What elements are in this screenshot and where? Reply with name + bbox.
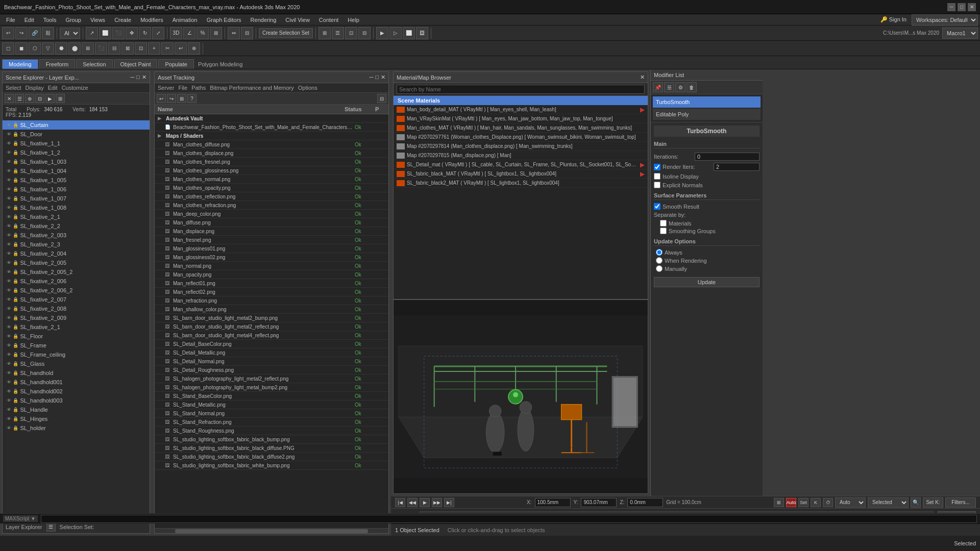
- tree-item-hinges[interactable]: 👁 🔒 SL_Hinges: [3, 414, 150, 423]
- update-button[interactable]: Update: [654, 277, 760, 287]
- tree-item-glass[interactable]: 👁 🔒 SL_Glass: [3, 359, 150, 368]
- when-rendering-radio[interactable]: [656, 257, 663, 264]
- menu-modifiers[interactable]: Modifiers: [136, 16, 167, 24]
- tree-item-handhold[interactable]: 👁 🔒 SL_handhold: [3, 368, 150, 378]
- tree-item-handhold003[interactable]: 👁 🔒 SL_handhold003: [3, 396, 150, 405]
- at-file-28[interactable]: 🖼 SL_halogen_photography_light_metal2_re…: [155, 374, 388, 383]
- mb-mat-5[interactable]: Map #2070297814 (Man_clothes_displace.pn…: [394, 142, 648, 151]
- at-file-1[interactable]: 🖼 Man_clothes_diffuse.png Ok: [155, 140, 388, 149]
- percent-snap[interactable]: %: [197, 27, 209, 39]
- set-k-btn[interactable]: Set K:: [923, 497, 943, 508]
- at-file-17[interactable]: 🖼 Man_reflect01.png Ok: [155, 279, 388, 288]
- menu-create[interactable]: Create: [110, 16, 135, 24]
- at-file-38[interactable]: 🖼 SL_studio_lighting_softbox_fabric_whit…: [155, 461, 388, 470]
- at-file-16[interactable]: 🖼 Man_opacity.png Ok: [155, 270, 388, 279]
- prev-frame-btn[interactable]: |◀: [395, 498, 405, 507]
- se-btn3[interactable]: ⊕: [25, 94, 34, 103]
- mode-btn15[interactable]: ⊕: [188, 42, 200, 55]
- y-coord-input[interactable]: [581, 498, 617, 507]
- modifier-editpoly[interactable]: Editable Poly: [653, 109, 761, 120]
- scene-explorer-minimize[interactable]: ─: [131, 74, 135, 81]
- tree-item-handhold001[interactable]: 👁 🔒 SL_handhold001: [3, 378, 150, 387]
- at-file-27[interactable]: 🖼 SL_Detail_Roughness.png Ok: [155, 366, 388, 374]
- at-file-6[interactable]: 🖼 Man_clothes_opacity.png Ok: [155, 184, 388, 192]
- mode-btn3[interactable]: ⬡: [29, 42, 41, 55]
- tree-item-22[interactable]: 👁 🔒 SL_fixative_2_009: [3, 313, 150, 322]
- tree-item-9[interactable]: 👁 🔒 SL_fixative_1_007: [3, 194, 150, 203]
- at-file-15[interactable]: 🖼 Man_normal.png Ok: [155, 262, 388, 270]
- at-file-9[interactable]: 🖼 Man_deep_color.png Ok: [155, 210, 388, 218]
- render-iters-check[interactable]: [654, 164, 660, 170]
- tree-item-4[interactable]: 👁 🔒 SL_fixative_1_2: [3, 148, 150, 157]
- view-btn1[interactable]: ☰: [332, 27, 344, 39]
- at-file-18[interactable]: 🖼 Man_reflect02.png Ok: [155, 288, 388, 296]
- viewport-layout[interactable]: Auto: [835, 497, 866, 508]
- se-menu-edit[interactable]: Edit: [48, 85, 58, 91]
- tree-item-8[interactable]: 👁 🔒 SL_fixative_1_006: [3, 185, 150, 194]
- menu-content[interactable]: Content: [315, 16, 343, 24]
- at-maximize[interactable]: □: [375, 74, 379, 81]
- rotate-button[interactable]: ↻: [139, 27, 151, 39]
- menu-animation[interactable]: Animation: [168, 16, 202, 24]
- layer-manager[interactable]: ⊞: [318, 27, 331, 39]
- at-close[interactable]: ✕: [381, 74, 385, 81]
- at-file-32[interactable]: 🖼 SL_Stand_Normal.png Ok: [155, 409, 388, 418]
- props-pin-btn[interactable]: 📌: [653, 82, 663, 92]
- se-bottom-btn[interactable]: ☰: [46, 522, 56, 532]
- mode-btn13[interactable]: ✂: [161, 42, 174, 55]
- view-btn3[interactable]: ⊟: [358, 27, 371, 39]
- at-btn3[interactable]: ⊞: [177, 94, 186, 103]
- mb-mat-6[interactable]: Map #2070297815 (Man_displace.png) [ Man…: [394, 151, 648, 160]
- tree-item-21[interactable]: 👁 🔒 SL_fixative_2_008: [3, 304, 150, 313]
- at-menu-paths[interactable]: Paths: [191, 85, 206, 91]
- mb-mat-4[interactable]: Map #2070297761 (Woman_clothes_Displace.…: [394, 133, 648, 142]
- mode-btn1[interactable]: ◻: [2, 42, 14, 55]
- key-mode-btn[interactable]: ⊞: [774, 498, 784, 507]
- create-selection-set[interactable]: Create Selection Set: [259, 28, 313, 38]
- at-file-31[interactable]: 🖼 SL_Stand_Metallic.png Ok: [155, 400, 388, 409]
- tree-item-17[interactable]: 👁 🔒 SL_fixative_2_005_2: [3, 267, 150, 277]
- menu-civil-view[interactable]: Civil View: [281, 16, 313, 24]
- at-btn4[interactable]: ?: [187, 94, 197, 103]
- at-file-29[interactable]: 🖼 SL_halogen_photography_light_metal_bum…: [155, 383, 388, 392]
- scene-explorer-close[interactable]: ✕: [142, 74, 146, 81]
- props-list-btn[interactable]: ☰: [664, 82, 674, 92]
- redo-button[interactable]: ↪: [15, 27, 28, 39]
- at-menu-options[interactable]: Options: [298, 85, 317, 91]
- tree-item-5[interactable]: 👁 🔒 SL_fixative_1_003: [3, 157, 150, 166]
- mode-btn2[interactable]: ◼: [15, 42, 28, 55]
- tree-item-14[interactable]: 👁 🔒 SL_fixative_2_3: [3, 240, 150, 249]
- render-btn4[interactable]: 🖼: [416, 27, 428, 39]
- tab-object-paint[interactable]: Object Paint: [114, 59, 158, 69]
- at-file-3[interactable]: 🖼 Man_clothes_fresnel.png Ok: [155, 158, 388, 166]
- at-file-7[interactable]: 🖼 Man_clothes_reflection.png Ok: [155, 192, 388, 201]
- tree-item-15[interactable]: 👁 🔒 SL_fixative_2_004: [3, 249, 150, 258]
- at-file-12[interactable]: 🖼 Man_fresnel.png Ok: [155, 236, 388, 244]
- mode-btn4[interactable]: ▽: [42, 42, 54, 55]
- asset-tracking-scrollbar[interactable]: [155, 528, 388, 533]
- render-btn1[interactable]: ▶: [376, 27, 388, 39]
- at-file-5[interactable]: 🖼 Man_clothes_normal.png Ok: [155, 175, 388, 184]
- close-button[interactable]: ✕: [968, 3, 976, 11]
- smooth-result-check[interactable]: [654, 203, 660, 210]
- mode-btn10[interactable]: ⊠: [121, 42, 134, 55]
- next-key-btn[interactable]: ▶▶: [432, 498, 442, 507]
- materials-check[interactable]: [660, 220, 667, 227]
- se-menu-customize[interactable]: Customize: [62, 85, 88, 91]
- tree-item-handhold002[interactable]: 👁 🔒 SL_handhold002: [3, 387, 150, 396]
- menu-tools[interactable]: Tools: [39, 16, 61, 24]
- tree-item-frame-ceiling[interactable]: 👁 🔒 SL_Frame_ceiling: [3, 350, 150, 359]
- at-minimize[interactable]: ─: [370, 74, 374, 81]
- snap-toggle[interactable]: 3D: [170, 27, 182, 39]
- tree-item-23[interactable]: 👁 🔒 SL_fixative_2_1: [3, 322, 150, 332]
- selected-dropdown[interactable]: Selected: [868, 497, 909, 508]
- at-row-vault[interactable]: ▶ Autodesk Vault: [155, 114, 388, 123]
- menu-views[interactable]: Views: [86, 16, 109, 24]
- z-coord-input[interactable]: [627, 498, 663, 507]
- props-conf-btn[interactable]: ⚙: [675, 82, 685, 92]
- tree-item-11[interactable]: 👁 🔒 SL_fixative_2_1: [3, 212, 150, 221]
- move-button[interactable]: ✥: [126, 27, 138, 39]
- tree-item-13[interactable]: 👁 🔒 SL_fixative_2_003: [3, 231, 150, 240]
- tree-item-19[interactable]: 👁 🔒 SL_fixative_2_006_2: [3, 286, 150, 295]
- mode-btn6[interactable]: ⬤: [68, 42, 81, 55]
